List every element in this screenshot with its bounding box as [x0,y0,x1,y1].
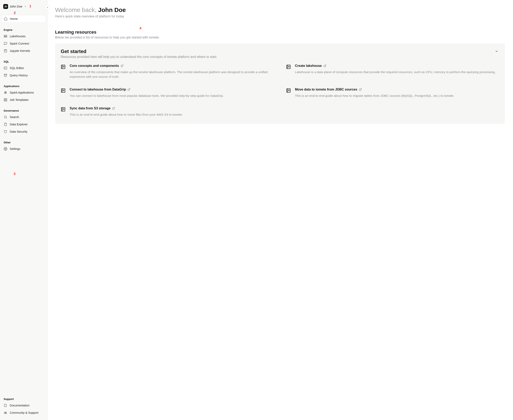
search-icon [4,115,7,119]
section-label: Support [1,396,46,402]
nav-label: Query History [10,74,28,77]
nav-section-engine: Engine Lakehouses Spark Connect Jupyter … [1,27,46,54]
resource-title-text: Core concepts and components [70,64,119,68]
archive-icon [4,74,7,77]
collapse-sidebar-button[interactable] [45,5,50,10]
cast-icon [4,42,7,45]
svg-rect-3 [4,49,7,52]
nav-query-history[interactable]: Query History [1,72,46,79]
external-link-icon [127,88,130,91]
resource-link[interactable]: Move data to iomete from JDBC sources [295,88,454,91]
svg-rect-12 [4,100,5,101]
nav-label: Job Templates [10,98,29,101]
nav-settings[interactable]: Settings [1,145,46,152]
nav-jupyter-kernels[interactable]: Jupyter Kernels [1,47,46,54]
svg-line-33 [129,88,130,90]
svg-rect-1 [4,37,7,38]
nav-label: Lakehouses [10,35,25,38]
grid-icon [4,98,7,102]
resource-desc: An overview of the components that make … [70,70,274,79]
resource-link[interactable]: Create lakehouse [295,64,496,68]
svg-point-17 [4,412,6,413]
nav-label: Community & Support [10,411,38,414]
welcome-heading: Welcome back, John Doe [55,7,505,13]
nav-documentation[interactable]: Documentation [1,402,46,409]
svg-point-14 [4,116,7,118]
nav-label: Home [10,17,18,21]
nav-label: SQL Editor [10,67,24,70]
resource-desc: Lakehouse is a data plane of compute res… [295,70,496,74]
sidebar: JD John Doe Home Engine Lakehouses Spark… [0,0,47,420]
section-label: Governance [1,107,46,113]
learning-subtitle: Below we provided a list of resources to… [55,36,505,39]
doc-icon [286,88,291,98]
community-icon [4,411,7,414]
svg-rect-13 [6,100,7,101]
cpu-icon [4,91,7,94]
nav-spark-connect[interactable]: Spark Connect [1,40,46,47]
nav-spark-applications[interactable]: Spark Applications [1,89,46,96]
svg-rect-7 [4,74,7,75]
resource-desc: This is an end-to-end guide about how to… [70,112,183,117]
chevron-left-icon [46,6,49,9]
nav-label: Spark Connect [10,42,29,45]
external-link-icon [324,64,326,67]
svg-rect-2 [4,42,7,44]
nav-search[interactable]: Search [1,113,46,121]
home-icon [4,17,7,21]
svg-rect-8 [5,92,7,94]
nav-section-applications: Applications Spark Applications Job Temp… [1,83,46,104]
resource-sync-s3: Sync data from S3 storage This is an end… [61,106,274,117]
welcome-name: John Doe [98,7,126,13]
resource-create-lakehouse: Create lakehouse Lakehouse is a data pla… [286,64,499,79]
resource-move-jdbc: Move data to iomete from JDBC sources Th… [286,88,499,98]
section-label: Other [1,139,46,145]
external-link-icon [112,107,115,110]
resource-link[interactable]: Sync data from S3 storage [70,106,183,110]
nav-label: Spark Applications [10,91,34,94]
user-name: John Doe [10,5,22,8]
nav-sql-editor[interactable]: SQL Editor [1,64,46,72]
resource-desc: You can connect to lakehouse from most p… [70,93,224,98]
svg-line-23 [122,65,123,66]
resource-link[interactable]: Connect to lakehouse from DataGrip [70,88,224,91]
nav-label: Data Explorer [10,123,28,126]
user-menu[interactable]: JD John Doe [1,3,46,10]
nav-community-support[interactable]: Community & Support [1,409,46,416]
file-icon [4,122,7,126]
resource-link[interactable]: Core concepts and components [70,64,274,68]
nav-job-templates[interactable]: Job Templates [1,96,46,104]
svg-rect-9 [5,92,6,93]
nav-lakehouses[interactable]: Lakehouses [1,33,46,40]
svg-rect-10 [4,98,5,99]
svg-rect-0 [4,35,7,36]
resource-title-text: Connect to lakehouse from DataGrip [70,88,126,91]
section-label: SQL [1,59,46,64]
panel-title: Get started [61,49,217,54]
doc-icon [61,107,66,117]
external-link-icon [359,88,362,91]
chevron-down-icon [495,49,498,53]
resource-title-text: Create lakehouse [295,64,322,68]
resource-connect-datagrip: Connect to lakehouse from DataGrip You c… [61,88,274,98]
code-icon [4,66,7,70]
svg-line-15 [6,118,7,119]
svg-line-28 [325,65,326,66]
svg-line-38 [360,88,361,90]
doc-icon [61,64,66,79]
nav-label: Jupyter Kernels [10,49,30,52]
learning-title: Learning resources [55,30,505,35]
nav-label: Documentation [10,404,30,407]
gear-icon [4,147,7,151]
nav-data-explorer[interactable]: Data Explorer [1,121,46,128]
collapse-panel-button[interactable] [494,49,499,54]
section-label: Applications [1,83,46,89]
nav-data-security[interactable]: Data Security [1,128,46,135]
main-content: Welcome back, John Doe Here's quick stat… [47,0,513,420]
welcome-prefix: Welcome back, [55,7,98,13]
panel-subtitle: Resources provided here will help you to… [61,55,217,59]
resource-desc: This is an end-to-end guide about how to… [295,93,454,98]
chevron-down-icon [24,5,27,8]
nav-label: Settings [10,147,20,150]
nav-home[interactable]: Home [1,15,46,23]
